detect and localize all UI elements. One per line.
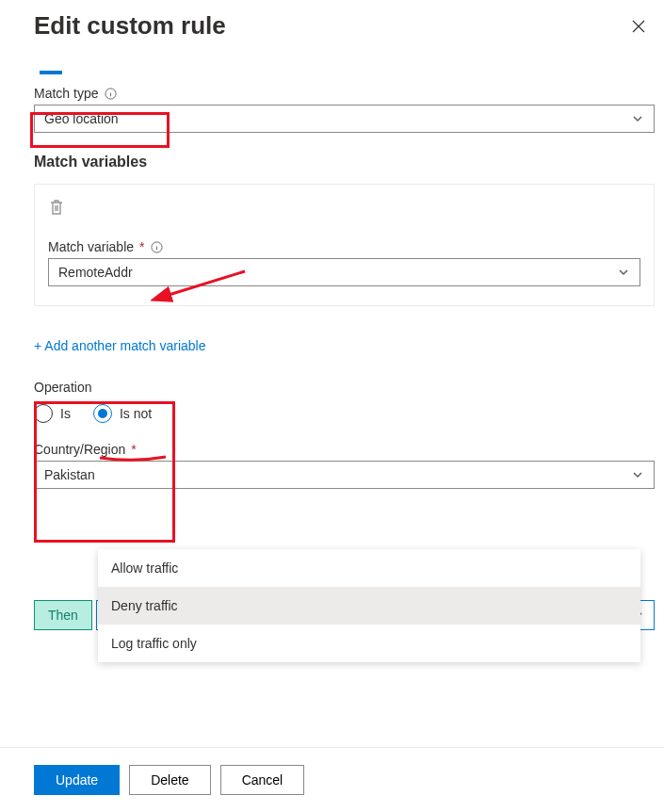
chevron-down-icon	[617, 266, 630, 279]
match-type-label: Match type	[34, 86, 117, 101]
radio-icon	[93, 404, 112, 423]
radio-label-is: Is	[60, 406, 71, 421]
active-tab-indicator	[40, 71, 62, 74]
info-icon[interactable]	[151, 240, 164, 253]
match-variable-value: RemoteAddr	[58, 265, 133, 280]
country-region-field: Country/Region * Pakistan	[34, 442, 655, 489]
then-badge: Then	[34, 600, 92, 630]
radio-label-is-not: Is not	[120, 406, 152, 421]
action-option-log[interactable]: Log traffic only	[98, 625, 640, 662]
delete-icon[interactable]	[48, 198, 67, 217]
operation-radio-group: Is Is not	[34, 404, 655, 423]
required-asterisk: *	[131, 442, 136, 457]
country-region-label: Country/Region *	[34, 442, 137, 457]
operation-label: Operation	[34, 380, 91, 395]
match-variable-label: Match variable *	[48, 239, 164, 254]
match-variable-label-text: Match variable	[48, 239, 134, 254]
country-region-select[interactable]: Pakistan	[34, 461, 655, 489]
match-variables-title: Match variables	[34, 154, 655, 171]
match-type-value: Geo location	[44, 111, 119, 126]
panel-header: Edit custom rule	[0, 0, 664, 50]
operation-radio-is[interactable]: Is	[34, 404, 71, 423]
action-option-deny[interactable]: Deny traffic	[98, 587, 640, 625]
content-area: Match type Geo location Match variables …	[0, 71, 664, 630]
required-asterisk: *	[139, 239, 144, 254]
panel-title: Edit custom rule	[34, 11, 226, 41]
cancel-button[interactable]: Cancel	[220, 765, 305, 795]
action-dropdown-menu: Allow traffic Deny traffic Log traffic o…	[98, 549, 640, 662]
footer-actions: Update Delete Cancel	[0, 747, 664, 812]
chevron-down-icon	[631, 112, 644, 125]
match-variable-select[interactable]: RemoteAddr	[48, 258, 640, 286]
close-icon[interactable]	[628, 16, 649, 37]
radio-icon	[34, 404, 53, 423]
match-type-select[interactable]: Geo location	[34, 105, 655, 133]
add-match-variable-link[interactable]: + Add another match variable	[34, 338, 206, 353]
operation-radio-is-not[interactable]: Is not	[93, 404, 152, 423]
action-option-allow[interactable]: Allow traffic	[98, 549, 640, 587]
delete-button[interactable]: Delete	[129, 765, 210, 795]
update-button[interactable]: Update	[34, 765, 120, 795]
country-region-value: Pakistan	[44, 467, 95, 482]
match-type-field: Match type Geo location	[34, 86, 655, 133]
match-variable-card: Match variable * RemoteAddr	[34, 184, 655, 306]
chevron-down-icon	[631, 468, 644, 481]
match-type-label-text: Match type	[34, 86, 98, 101]
info-icon[interactable]	[104, 87, 117, 100]
country-region-label-text: Country/Region	[34, 442, 125, 457]
